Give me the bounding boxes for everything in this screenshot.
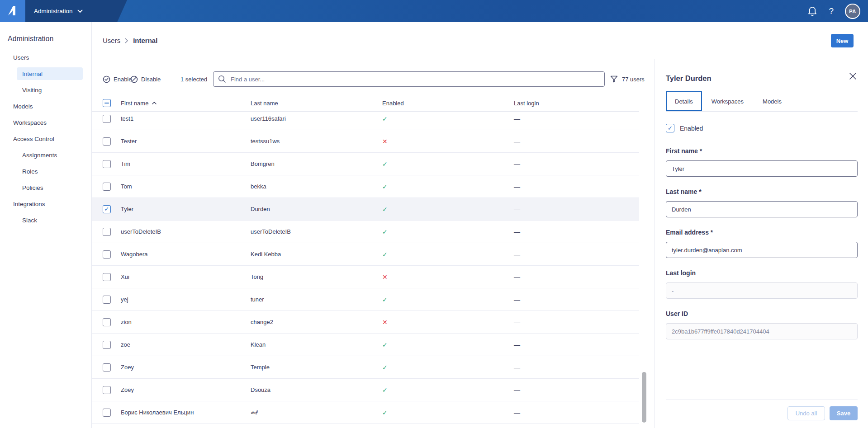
- sidebar-item-integrations[interactable]: Integrations: [0, 196, 91, 212]
- sidebar-item-internal[interactable]: Internal: [0, 66, 91, 82]
- enable-label: Enable: [114, 76, 132, 83]
- row-checkbox-cell: [103, 296, 121, 304]
- select-all-checkbox[interactable]: [103, 99, 111, 107]
- sidebar-item-visiting[interactable]: Visiting: [0, 82, 91, 98]
- sidebar-item-policies[interactable]: Policies: [0, 179, 91, 196]
- table-row[interactable]: zionchange2✕—: [92, 311, 639, 334]
- sidebar-item-access-control[interactable]: Access Control: [0, 131, 91, 147]
- sidebar-item-users[interactable]: Users: [0, 49, 91, 66]
- table-row[interactable]: Борис Николаевич Ельцинஸ்ரீ✓—: [92, 401, 639, 424]
- cell-first-name: yej: [121, 296, 251, 303]
- cell-last-name: userToDeleteIB: [251, 228, 382, 235]
- new-user-button[interactable]: New: [831, 34, 854, 47]
- cell-last-name: testssu1ws: [251, 138, 382, 145]
- cell-last-name: change2: [251, 319, 382, 325]
- enabled-check-icon: ✓: [382, 341, 388, 348]
- cell-enabled: ✓: [382, 206, 514, 213]
- selected-count: 1 selected: [180, 71, 207, 87]
- breadcrumb-users[interactable]: Users: [103, 37, 120, 44]
- cell-enabled: ✓: [382, 296, 514, 303]
- table-row[interactable]: ✓TylerDurden✓—: [92, 198, 639, 221]
- notifications-bell-icon[interactable]: [807, 6, 817, 17]
- cell-last-name: Klean: [251, 341, 382, 348]
- users-table-area: Enable Disable 1 selected: [92, 59, 655, 428]
- field-input[interactable]: [666, 160, 858, 177]
- row-checkbox[interactable]: [103, 409, 111, 417]
- cell-last-name: Bomgren: [251, 160, 382, 167]
- close-icon[interactable]: [849, 72, 857, 82]
- table-row[interactable]: Testertestssu1ws✕—: [92, 130, 639, 153]
- table-row[interactable]: Tombekka✓—: [92, 175, 639, 198]
- disable-button[interactable]: Disable: [130, 71, 161, 87]
- sidebar-item-label: Models: [13, 103, 33, 110]
- row-checkbox[interactable]: [103, 160, 111, 168]
- enable-check-circle-icon: [103, 75, 110, 83]
- row-checkbox-cell: [103, 409, 121, 417]
- field-input[interactable]: [666, 242, 858, 258]
- table-row[interactable]: TimBomgren✓—: [92, 153, 639, 175]
- enabled-check-icon: ✓: [382, 251, 388, 258]
- cell-first-name: test1: [121, 115, 251, 122]
- row-checkbox[interactable]: [103, 273, 111, 281]
- enabled-check-icon: ✓: [382, 206, 388, 213]
- sidebar-item-models[interactable]: Models: [0, 98, 91, 114]
- cell-enabled: ✓: [382, 409, 514, 416]
- cell-first-name: Tyler: [121, 206, 251, 212]
- row-checkbox[interactable]: [103, 363, 111, 372]
- filter-funnel-icon[interactable]: [610, 75, 618, 83]
- table-row[interactable]: XuiTong✕—: [92, 266, 639, 288]
- cell-enabled: ✕: [382, 273, 514, 281]
- row-checkbox[interactable]: [103, 318, 111, 326]
- enabled-check-icon: ✓: [382, 115, 388, 122]
- row-checkbox[interactable]: [103, 250, 111, 259]
- sidebar-item-label: Integrations: [13, 201, 45, 207]
- sidebar-item-label: Visiting: [22, 87, 42, 94]
- row-checkbox[interactable]: [103, 341, 111, 349]
- table-row[interactable]: test1user116safari✓—: [92, 112, 639, 130]
- table-row[interactable]: yejtuner✓—: [92, 288, 639, 311]
- row-checkbox[interactable]: [103, 228, 111, 236]
- sidebar-item-label: Users: [13, 54, 29, 61]
- app-switcher[interactable]: Administration: [25, 0, 127, 22]
- vertical-scrollbar-thumb[interactable]: [642, 372, 646, 423]
- sidebar-item-roles[interactable]: Roles: [0, 163, 91, 179]
- sidebar-item-workspaces[interactable]: Workspaces: [0, 114, 91, 131]
- enabled-toggle-row: ✓ Enabled: [666, 124, 858, 132]
- search-input[interactable]: [213, 71, 605, 87]
- sidebar-item-assignments[interactable]: Assignments: [0, 147, 91, 163]
- table-row[interactable]: ZoeyTemple✓—: [92, 356, 639, 379]
- sidebar-item-slack[interactable]: Slack: [0, 212, 91, 228]
- table-row[interactable]: userToDeleteIBuserToDeleteIB✓—: [92, 221, 639, 243]
- row-checkbox-cell: [103, 250, 121, 259]
- row-checkbox[interactable]: [103, 183, 111, 191]
- enable-button[interactable]: Enable: [103, 71, 132, 87]
- user-avatar[interactable]: PA: [845, 4, 860, 19]
- row-checkbox[interactable]: [103, 386, 111, 394]
- sidebar-item-label: Roles: [22, 168, 38, 175]
- anaplan-logo[interactable]: [0, 0, 25, 22]
- cell-first-name: Zoey: [121, 364, 251, 371]
- column-header-first-name[interactable]: First name: [121, 100, 251, 107]
- enabled-check-icon: ✓: [382, 386, 388, 394]
- disabled-cross-icon: ✕: [382, 319, 388, 326]
- cell-last-name: user116safari: [251, 115, 382, 122]
- row-checkbox[interactable]: ✓: [103, 205, 111, 213]
- save-button[interactable]: Save: [830, 406, 858, 420]
- cell-enabled: ✓: [382, 341, 514, 348]
- field-last-name: Last name *: [666, 188, 858, 217]
- table-row[interactable]: ZoeyDsouza✓—: [92, 379, 639, 401]
- enabled-checkbox[interactable]: ✓: [666, 124, 674, 132]
- disable-label: Disable: [141, 76, 161, 83]
- field-input[interactable]: [666, 201, 858, 217]
- table-row[interactable]: zoeKlean✓—: [92, 334, 639, 356]
- tab-models[interactable]: Models: [753, 91, 791, 111]
- row-checkbox[interactable]: [103, 137, 111, 146]
- table-row[interactable]: WagoberaKedi Kebba✓—: [92, 243, 639, 266]
- tab-workspaces[interactable]: Workspaces: [702, 91, 753, 111]
- row-checkbox[interactable]: [103, 115, 111, 123]
- row-checkbox[interactable]: [103, 296, 111, 304]
- undo-all-button[interactable]: Undo all: [787, 406, 825, 420]
- tab-details[interactable]: Details: [666, 91, 702, 111]
- help-icon[interactable]: ?: [829, 6, 834, 16]
- sidebar: Administration UsersInternalVisitingMode…: [0, 22, 92, 428]
